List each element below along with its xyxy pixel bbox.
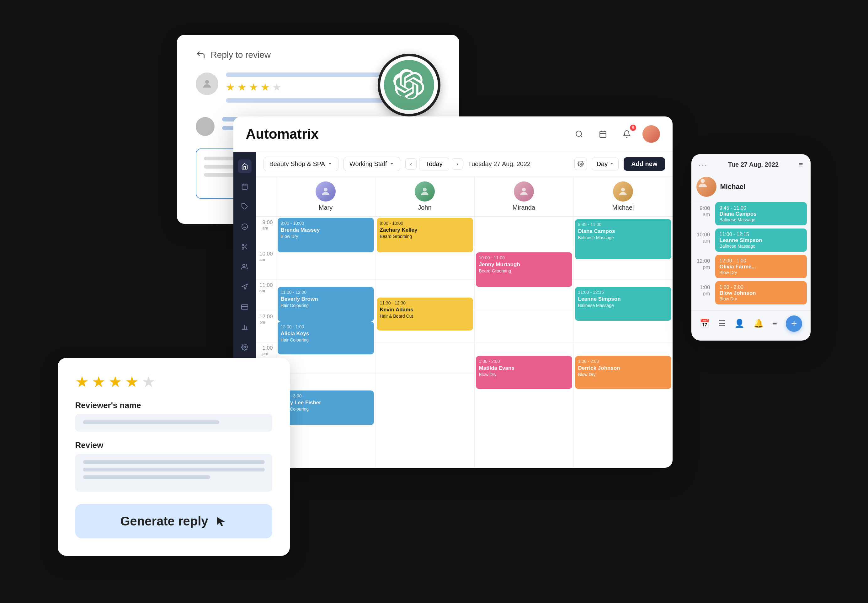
appt-brenda-massey[interactable]: 9:00 - 10:00 Brenda Massey Blow Dry: [278, 218, 374, 252]
appt-service: Blow Dry: [281, 233, 371, 239]
notification-button[interactable]: 8: [618, 126, 635, 142]
appt-mary-lee-fisher[interactable]: 2:00 - 3:00 Mary Lee Fisher Hair Colouri…: [278, 391, 374, 425]
mobile-calendar-icon[interactable]: 📅: [700, 319, 709, 328]
m-appt-diana[interactable]: 9:45 - 11:00 Diana Campos Balinese Massa…: [715, 202, 807, 226]
sidebar-chart[interactable]: [238, 320, 251, 334]
sidebar-settings[interactable]: [238, 340, 251, 354]
view-dropdown[interactable]: Day: [592, 158, 619, 170]
m-appt-leanne[interactable]: 11:00 - 12:15 Leanne Simpson Balinese Ma…: [715, 229, 807, 252]
appt-client: Leanne Simpson: [578, 296, 668, 303]
svg-point-27: [580, 163, 581, 165]
m-appt-blow[interactable]: 1:00 - 2:00 Blow Johnson Blow Dry: [715, 281, 807, 305]
appt-time: 9:00 - 10:00: [380, 220, 470, 226]
appt-client: Diana Campos: [578, 228, 668, 235]
reviewer-name-field[interactable]: [75, 414, 272, 431]
emoji-icon: [241, 223, 248, 230]
rv-line-2: [83, 468, 265, 472]
m-time-10: 10:00 am: [695, 229, 713, 244]
review-widget: ★ ★ ★ ★ ★ Reviewer's name Review Generat…: [58, 358, 290, 556]
sidebar-users[interactable]: [238, 260, 251, 274]
appt-client: Zachary Kelley: [380, 227, 470, 233]
mobile-filter-icon[interactable]: ≡: [799, 161, 803, 169]
appt-diana-campos[interactable]: 9:45 - 11:00 Diana Campos Balinese Massa…: [575, 219, 671, 259]
generate-btn-label: Generate reply: [120, 514, 208, 528]
appt-alicia-keys[interactable]: 12:00 - 1:00 Alicia Keys Hair Colouring: [278, 322, 374, 354]
appt-service: Balinese Massage: [578, 303, 668, 308]
appt-service: Blow Dry: [578, 372, 668, 377]
mobile-header: ··· Tue 27 Aug, 2022 ≡: [691, 154, 811, 174]
search-icon: [575, 130, 583, 138]
appt-kevin-adams[interactable]: 11:30 - 12:30 Kevin Adams Hair & Beard C…: [377, 298, 473, 331]
appt-time: 9:45 - 11:00: [578, 222, 668, 227]
svg-point-31: [621, 188, 625, 192]
john-avatar: [415, 181, 435, 201]
gpt-badge: [378, 54, 441, 116]
staff-miranda: Miranda: [474, 176, 574, 216]
staff-dropdown[interactable]: Working Staff: [344, 157, 400, 171]
columns-area: 9:00 - 10:00 Brenda Massey Blow Dry 11:0…: [276, 216, 672, 468]
sidebar-scissors[interactable]: [238, 240, 251, 254]
mobile-bell-icon[interactable]: 🔔: [754, 319, 763, 328]
today-button[interactable]: Today: [419, 158, 449, 170]
appt-beverly-brown[interactable]: 11:00 - 12:00 Beverly Brown Hair Colouri…: [278, 287, 374, 322]
appt-jenny-murtaugh[interactable]: 10:00 - 11:00 Jenny Murtaugh Beard Groom…: [476, 252, 572, 287]
mobile-appointments: 9:00 am 9:45 - 11:00 Diana Campos Baline…: [691, 202, 811, 306]
mobile-add-fab[interactable]: +: [786, 315, 802, 332]
calendar-button[interactable]: [595, 126, 611, 142]
prev-btn[interactable]: ‹: [405, 158, 416, 170]
reply-icon: [196, 50, 206, 60]
review-field[interactable]: [75, 454, 272, 492]
appt-leanne-simpson[interactable]: 11:00 - 12:15 Leanne Simpson Balinese Ma…: [575, 287, 671, 321]
location-dropdown[interactable]: Beauty Shop & SPA: [264, 157, 339, 171]
appt-time: 2:00 - 3:00: [281, 393, 371, 399]
star-2: ★: [237, 81, 247, 93]
sidebar-tag[interactable]: [238, 199, 251, 213]
appt-client: Alicia Keys: [281, 330, 371, 337]
time-11am: 11:00am: [256, 279, 276, 311]
person-icon-mary: [320, 186, 331, 197]
generate-reply-button[interactable]: Generate reply: [75, 504, 272, 538]
sidebar-megaphone[interactable]: [238, 280, 251, 294]
m-appt-olivia[interactable]: 12:00 - 1:00 Olivia Farme... Blow Dry: [715, 255, 807, 278]
add-new-button[interactable]: Add new: [624, 157, 665, 171]
w-star-5: ★: [142, 373, 155, 391]
col-mary: 9:00 - 10:00 Brenda Massey Blow Dry 11:0…: [276, 216, 375, 468]
reply-title: Reply to review: [211, 50, 271, 60]
mobile-list-icon[interactable]: ☰: [718, 319, 726, 328]
mobile-appt-row-3: 12:00 pm 12:00 - 1:00 Olivia Farme... Bl…: [695, 255, 807, 280]
w-star-3: ★: [108, 373, 122, 391]
appt-matilda-evans[interactable]: 1:00 - 2:00 Matilda Evans Blow Dry: [476, 356, 572, 389]
appt-service: Beard Grooming: [479, 268, 569, 274]
mobile-staff-name: Michael: [720, 183, 746, 191]
next-btn[interactable]: ›: [452, 158, 463, 170]
calendar-settings-btn[interactable]: [574, 158, 587, 170]
svg-point-30: [522, 188, 526, 192]
mobile-user-icon[interactable]: 👤: [734, 319, 745, 328]
star-3: ★: [249, 81, 258, 93]
appt-client: Brenda Massey: [281, 227, 371, 233]
gpt-inner: [384, 60, 434, 110]
appt-time: 11:00 - 12:15: [578, 289, 668, 295]
person-icon: [201, 78, 213, 90]
svg-point-29: [423, 188, 427, 192]
michael-avatar: [613, 181, 633, 201]
grid-area[interactable]: 9:00am 10:00am 11:00am 12:00pm 1:00pm: [256, 216, 672, 468]
appt-client: Kevin Adams: [380, 306, 470, 313]
appt-zachary-kelley[interactable]: 9:00 - 10:00 Zachary Kelley Beard Groomi…: [377, 218, 473, 252]
sidebar-card[interactable]: [238, 300, 251, 314]
miranda-name: Miranda: [513, 204, 535, 211]
header-icons: 8: [571, 125, 660, 143]
search-button[interactable]: [571, 126, 587, 142]
calendar-app: Automatrix 8: [233, 116, 672, 468]
sidebar-emoji[interactable]: [238, 220, 251, 233]
sidebar-home[interactable]: [238, 159, 251, 173]
col-miranda: 10:00 - 11:00 Jenny Murtaugh Beard Groom…: [474, 216, 574, 468]
m-time-range: 1:00 - 2:00: [720, 284, 802, 290]
appt-service: Blow Dry: [479, 372, 569, 377]
sidebar-calendar[interactable]: [238, 179, 251, 193]
user-avatar[interactable]: [643, 125, 660, 143]
appt-derrick-johnson[interactable]: 1:00 - 2:00 Derrick Johnson Blow Dry: [575, 356, 671, 389]
mobile-menu-icon[interactable]: ≡: [772, 319, 777, 328]
time-9am: 9:00am: [256, 216, 276, 248]
date-display: Tuesday 27 Aug, 2022: [468, 161, 530, 168]
